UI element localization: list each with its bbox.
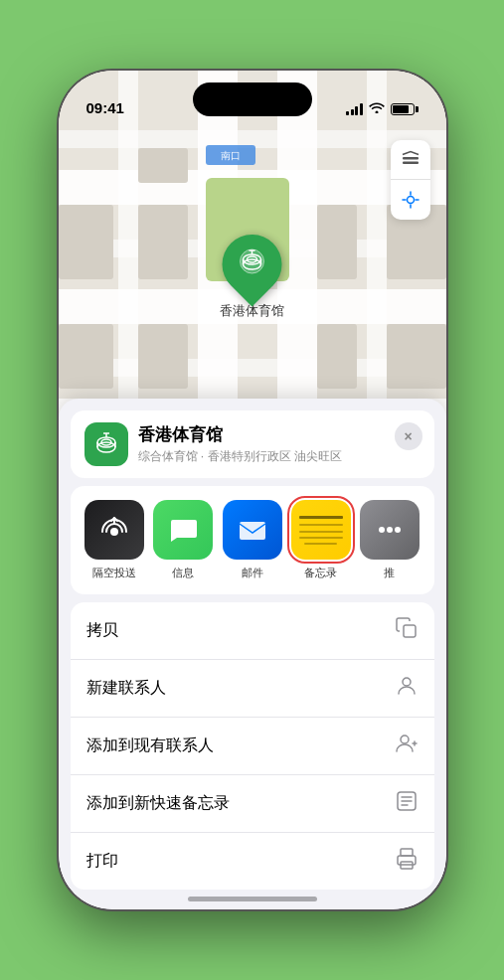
messages-icon: [153, 500, 213, 560]
messages-label: 信息: [172, 566, 194, 580]
status-time: 09:41: [86, 99, 124, 116]
more-icon: [360, 500, 420, 560]
svg-rect-13: [59, 205, 113, 279]
svg-rect-43: [240, 522, 265, 540]
svg-point-48: [403, 678, 411, 686]
action-print[interactable]: 打印: [71, 833, 434, 890]
more-label: 推: [384, 566, 395, 580]
svg-point-26: [407, 197, 414, 204]
signal-icon: [346, 103, 363, 115]
phone-screen: 09:41: [59, 71, 446, 909]
action-list: 拷贝 新建联系人: [71, 602, 434, 890]
svg-rect-12: [138, 148, 188, 183]
share-more[interactable]: 推: [355, 500, 423, 580]
phone-frame: 09:41: [59, 71, 446, 909]
marker-pin: [210, 223, 294, 307]
svg-rect-20: [387, 324, 446, 389]
action-copy-label: 拷贝: [86, 620, 118, 641]
stadium-marker: 香港体育馆: [220, 235, 284, 320]
venue-header: 香港体育馆 综合体育馆 · 香港特别行政区 油尖旺区 ×: [71, 410, 434, 478]
action-copy[interactable]: 拷贝: [71, 602, 434, 660]
svg-rect-14: [138, 205, 188, 279]
share-airdrop[interactable]: 隔空投送: [81, 500, 149, 580]
svg-rect-19: [317, 324, 357, 389]
svg-point-44: [379, 527, 385, 533]
dynamic-island: [193, 82, 312, 116]
share-mail[interactable]: 邮件: [218, 500, 286, 580]
action-add-contact-label: 添加到现有联系人: [86, 735, 214, 756]
venue-info: 香港体育馆 综合体育馆 · 香港特别行政区 油尖旺区: [138, 423, 420, 465]
svg-rect-25: [403, 161, 419, 164]
svg-rect-18: [138, 324, 188, 389]
share-messages[interactable]: 信息: [149, 500, 218, 580]
battery-icon: [391, 103, 419, 115]
airdrop-label: 隔空投送: [92, 566, 136, 580]
action-print-label: 打印: [86, 851, 118, 872]
svg-rect-57: [401, 849, 413, 856]
svg-text:南口: 南口: [221, 150, 241, 161]
notes-icon: [291, 500, 351, 560]
location-button[interactable]: [391, 180, 430, 220]
venue-subtitle: 综合体育馆 · 香港特别行政区 油尖旺区: [138, 448, 420, 465]
note-icon: [395, 789, 419, 818]
print-icon: [395, 847, 419, 876]
map-layers-button[interactable]: [391, 140, 430, 180]
svg-rect-24: [403, 157, 419, 160]
action-quick-note[interactable]: 添加到新快速备忘录: [71, 775, 434, 833]
svg-rect-47: [404, 625, 416, 637]
share-row: 隔空投送 信息: [71, 486, 434, 594]
action-new-contact-label: 新建联系人: [86, 678, 166, 699]
svg-point-45: [387, 527, 393, 533]
action-quick-note-label: 添加到新快速备忘录: [86, 793, 230, 814]
person-add-icon: [395, 732, 419, 760]
action-new-contact[interactable]: 新建联系人: [71, 660, 434, 718]
status-icons: [346, 101, 419, 116]
map-controls: [391, 140, 430, 220]
marker-icon-inner: [238, 246, 267, 282]
svg-point-46: [395, 527, 401, 533]
svg-point-49: [401, 735, 409, 743]
wifi-icon: [369, 101, 385, 116]
person-icon: [395, 674, 419, 703]
svg-rect-17: [59, 324, 113, 389]
close-button[interactable]: ×: [395, 422, 422, 450]
venue-icon: [84, 422, 128, 466]
copy-icon: [395, 616, 419, 645]
airdrop-icon: [84, 500, 144, 560]
notes-label: 备忘录: [304, 566, 337, 580]
venue-name: 香港体育馆: [138, 423, 420, 446]
mail-label: 邮件: [242, 566, 263, 580]
home-indicator: [188, 897, 317, 901]
share-notes[interactable]: 备忘录: [286, 500, 355, 580]
mail-icon: [223, 500, 282, 560]
bottom-sheet: 香港体育馆 综合体育馆 · 香港特别行政区 油尖旺区 ×: [59, 399, 446, 909]
svg-rect-15: [317, 205, 357, 279]
action-add-contact[interactable]: 添加到现有联系人: [71, 718, 434, 775]
